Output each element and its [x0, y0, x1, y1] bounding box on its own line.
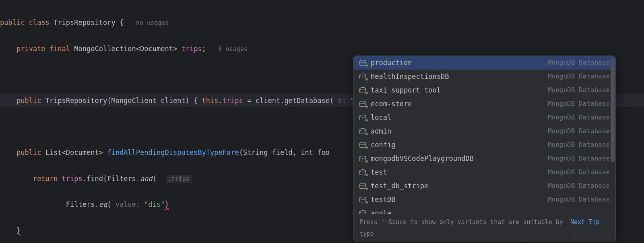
- next-tip-link[interactable]: Next Tip: [570, 218, 599, 226]
- completion-item[interactable]: HealthInspectionsDBMongoDB Database: [354, 70, 615, 83]
- completion-type: MongoDB Database: [548, 125, 610, 137]
- field: trips: [223, 97, 243, 105]
- completion-type: MongoDB Database: [548, 84, 610, 96]
- completion-name: config: [371, 138, 395, 151]
- database-icon: [359, 101, 367, 107]
- dot: .: [219, 97, 223, 105]
- completion-item[interactable]: testDBMongoDB Database: [354, 193, 615, 206]
- completion-type: MongoDB Database: [548, 139, 610, 151]
- completion-item[interactable]: mongodbVSCodePlaygroundDBMongoDB Databas…: [354, 152, 615, 165]
- footer-hint: Press ^⇧Space to show only variants that…: [359, 216, 570, 239]
- completion-name: test_db_stripe: [371, 179, 428, 192]
- semi: ;: [202, 45, 206, 53]
- usages-hint[interactable]: 8 usages: [219, 45, 248, 53]
- completion-name: test: [371, 166, 387, 179]
- inline-hint: .trips: [166, 175, 192, 183]
- database-icon: [359, 128, 367, 134]
- completion-footer: Press ^⇧Space to show only variants that…: [354, 214, 615, 242]
- completion-item[interactable]: adminMongoDB Database: [354, 124, 615, 138]
- completion-type: MongoDB Database: [548, 180, 610, 192]
- completion-item[interactable]: test_db_stripeMongoDB Database: [354, 179, 615, 193]
- completion-type: MongoDB Database: [548, 57, 610, 69]
- completion-item[interactable]: productionMongoDB Database: [354, 56, 615, 70]
- database-icon: [359, 156, 367, 161]
- method-decl: findAllPendingDisputesByTypeFare: [107, 148, 239, 157]
- completion-type: MongoDB Database: [548, 98, 610, 110]
- completion-name: admin: [371, 125, 391, 138]
- class: Filters: [66, 200, 95, 208]
- method: and: [140, 175, 153, 183]
- keyword: public: [0, 19, 25, 27]
- completion-type: MongoDB Database: [548, 194, 610, 206]
- completion-type: MongoDB Database: [548, 166, 610, 178]
- brace: }: [17, 227, 21, 235]
- completion-type: MongoDB Database: [548, 152, 610, 165]
- completion-item[interactable]: localMongoDB Database: [354, 111, 615, 124]
- keyword: public: [17, 97, 41, 105]
- database-icon: [359, 197, 367, 202]
- completion-name: HealthInspectionsDB: [371, 70, 449, 83]
- keyword: class: [29, 19, 50, 27]
- completion-type: MongoDB Database: [548, 70, 610, 82]
- brace: {: [194, 97, 198, 105]
- type: List<Document>: [45, 148, 103, 157]
- field: trips: [181, 45, 202, 53]
- database-icon: [359, 142, 367, 148]
- completion-item[interactable]: ecom-storeMongoDB Database: [354, 97, 615, 111]
- completion-list[interactable]: productionMongoDB DatabaseHealthInspecti…: [354, 56, 615, 214]
- completion-item[interactable]: taxi_support_toolMongoDB Database: [354, 83, 615, 97]
- class-name: TripsRepository: [54, 19, 116, 27]
- eq: =: [243, 97, 256, 105]
- string: "dis": [144, 200, 165, 208]
- database-icon: [359, 87, 367, 93]
- kebab-menu-icon[interactable]: ⋮: [570, 229, 578, 237]
- method: eq: [99, 200, 107, 208]
- completion-name: apple: [371, 207, 391, 214]
- completion-item[interactable]: configMongoDB Database: [354, 138, 615, 152]
- keyword: private: [17, 45, 45, 53]
- completion-name: mongodbVSCodePlaygroundDB: [371, 152, 474, 165]
- scrollbar-thumb[interactable]: [611, 58, 615, 162]
- database-icon: [359, 169, 367, 175]
- keyword: public: [17, 148, 41, 157]
- usages-hint[interactable]: no usages: [136, 19, 169, 27]
- completion-item[interactable]: testMongoDB Database: [354, 165, 615, 179]
- database-icon: [359, 210, 367, 214]
- var: client: [256, 97, 280, 105]
- param-hint: s:: [338, 97, 346, 105]
- completion-name: production: [371, 56, 412, 69]
- param-hint: value:: [116, 200, 140, 208]
- this: this: [202, 97, 219, 105]
- completion-popup: productionMongoDB DatabaseHealthInspecti…: [353, 56, 616, 242]
- params: (MongoClient client): [107, 97, 190, 105]
- method: getDatabase: [284, 97, 330, 105]
- field: trips: [62, 175, 83, 183]
- database-icon: [359, 115, 367, 120]
- completion-name: local: [371, 111, 391, 124]
- completion-name: taxi_support_tool: [371, 84, 441, 97]
- constructor: TripsRepository: [45, 97, 107, 105]
- keyword: final: [50, 45, 70, 53]
- keyword: return: [33, 175, 58, 183]
- error: ): [165, 200, 169, 208]
- params: (String field, int foo: [239, 148, 330, 157]
- class: Filters: [107, 175, 136, 183]
- completion-name: ecom-store: [371, 97, 412, 110]
- method: find: [87, 175, 103, 183]
- completion-type: MongoDB Database: [548, 111, 610, 124]
- completion-item[interactable]: apple: [354, 206, 615, 214]
- database-icon: [359, 60, 367, 66]
- database-icon: [359, 183, 367, 189]
- type: MongoCollection<Document>: [74, 45, 177, 53]
- brace: {: [120, 19, 124, 27]
- database-icon: [359, 74, 367, 79]
- completion-name: testDB: [371, 193, 395, 206]
